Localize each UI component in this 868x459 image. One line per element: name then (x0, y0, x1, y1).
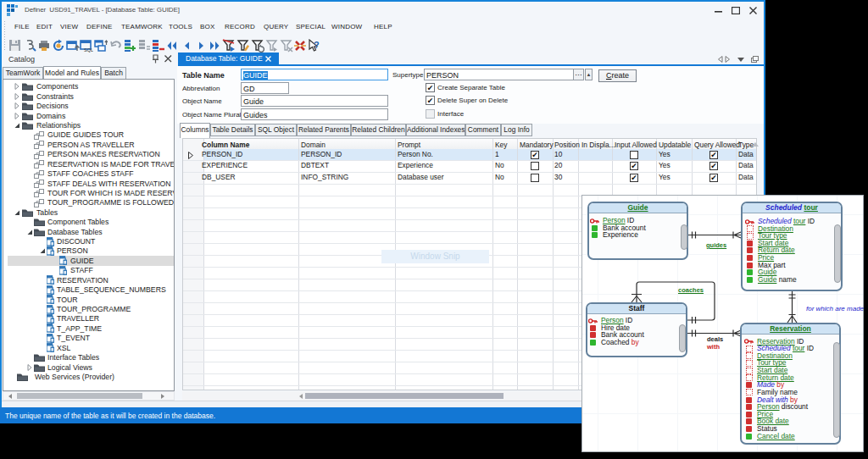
svg-text:?: ? (314, 40, 320, 50)
svg-text:SQL: SQL (84, 47, 93, 53)
